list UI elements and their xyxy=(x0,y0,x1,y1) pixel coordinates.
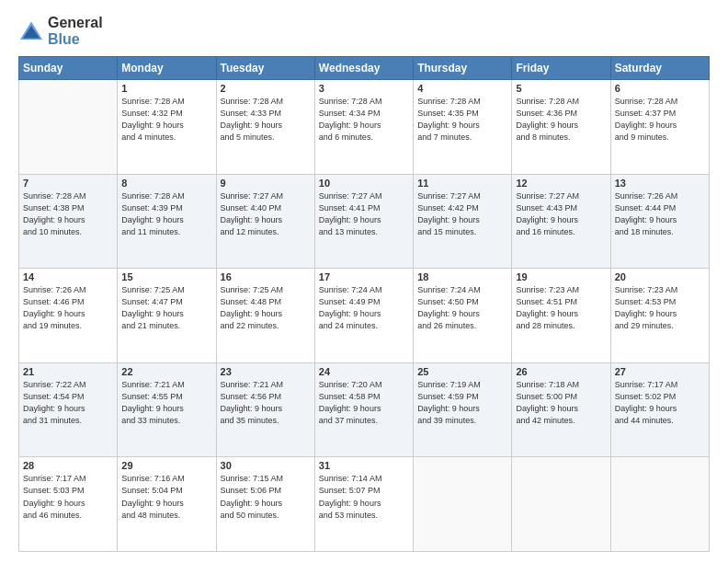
day-info: Sunrise: 7:14 AMSunset: 5:07 PMDaylight:… xyxy=(319,473,409,521)
calendar-cell: 12Sunrise: 7:27 AMSunset: 4:43 PMDayligh… xyxy=(512,174,610,269)
day-number: 20 xyxy=(615,271,705,282)
day-number: 18 xyxy=(417,271,507,282)
day-info: Sunrise: 7:27 AMSunset: 4:43 PMDaylight:… xyxy=(516,190,606,238)
weekday-header-monday: Monday xyxy=(118,57,216,80)
calendar-week-3: 14Sunrise: 7:26 AMSunset: 4:46 PMDayligh… xyxy=(19,269,710,363)
day-number: 2 xyxy=(221,83,311,94)
calendar-cell: 2Sunrise: 7:28 AMSunset: 4:33 PMDaylight… xyxy=(216,80,314,175)
day-number: 26 xyxy=(516,366,606,377)
day-number: 24 xyxy=(319,366,409,377)
day-info: Sunrise: 7:28 AMSunset: 4:33 PMDaylight:… xyxy=(221,96,311,144)
weekday-header-wednesday: Wednesday xyxy=(314,57,413,80)
calendar-cell: 22Sunrise: 7:21 AMSunset: 4:55 PMDayligh… xyxy=(118,362,216,457)
day-number: 15 xyxy=(121,271,211,282)
calendar-cell: 26Sunrise: 7:18 AMSunset: 5:00 PMDayligh… xyxy=(512,362,610,457)
day-info: Sunrise: 7:24 AMSunset: 4:50 PMDaylight:… xyxy=(417,284,507,332)
day-number: 23 xyxy=(221,366,311,377)
calendar-week-2: 7Sunrise: 7:28 AMSunset: 4:38 PMDaylight… xyxy=(19,174,710,269)
calendar-cell: 1Sunrise: 7:28 AMSunset: 4:32 PMDaylight… xyxy=(118,80,216,175)
day-info: Sunrise: 7:28 AMSunset: 4:36 PMDaylight:… xyxy=(516,96,606,144)
day-info: Sunrise: 7:16 AMSunset: 5:04 PMDaylight:… xyxy=(121,473,211,521)
day-number: 7 xyxy=(23,178,113,189)
weekday-header-sunday: Sunday xyxy=(19,57,118,80)
page: General Blue SundayMondayTuesdayWednesda… xyxy=(0,0,728,563)
header: General Blue xyxy=(18,15,710,47)
day-info: Sunrise: 7:23 AMSunset: 4:51 PMDaylight:… xyxy=(516,284,606,332)
calendar-week-4: 21Sunrise: 7:22 AMSunset: 4:54 PMDayligh… xyxy=(19,362,710,457)
day-number: 25 xyxy=(417,366,507,377)
weekday-header-tuesday: Tuesday xyxy=(216,57,314,80)
day-number: 4 xyxy=(417,83,507,94)
day-info: Sunrise: 7:28 AMSunset: 4:38 PMDaylight:… xyxy=(23,190,113,238)
day-info: Sunrise: 7:21 AMSunset: 4:55 PMDaylight:… xyxy=(121,379,211,427)
day-info: Sunrise: 7:27 AMSunset: 4:42 PMDaylight:… xyxy=(417,190,507,238)
calendar-cell: 6Sunrise: 7:28 AMSunset: 4:37 PMDaylight… xyxy=(610,80,709,175)
calendar-cell: 25Sunrise: 7:19 AMSunset: 4:59 PMDayligh… xyxy=(414,362,512,457)
weekday-header-saturday: Saturday xyxy=(610,57,709,80)
day-info: Sunrise: 7:15 AMSunset: 5:06 PMDaylight:… xyxy=(221,473,311,521)
day-number: 12 xyxy=(516,178,606,189)
day-info: Sunrise: 7:25 AMSunset: 4:47 PMDaylight:… xyxy=(121,284,211,332)
day-info: Sunrise: 7:26 AMSunset: 4:44 PMDaylight:… xyxy=(615,190,705,238)
day-info: Sunrise: 7:27 AMSunset: 4:41 PMDaylight:… xyxy=(319,190,409,238)
day-number: 5 xyxy=(516,83,606,94)
calendar-cell: 13Sunrise: 7:26 AMSunset: 4:44 PMDayligh… xyxy=(610,174,709,269)
calendar-cell: 10Sunrise: 7:27 AMSunset: 4:41 PMDayligh… xyxy=(314,174,413,269)
day-number: 10 xyxy=(319,178,409,189)
calendar-cell xyxy=(512,457,610,552)
day-number: 13 xyxy=(615,178,705,189)
calendar-header-row: SundayMondayTuesdayWednesdayThursdayFrid… xyxy=(19,57,710,80)
day-info: Sunrise: 7:28 AMSunset: 4:34 PMDaylight:… xyxy=(319,96,409,144)
logo-icon xyxy=(18,20,44,42)
calendar-cell: 27Sunrise: 7:17 AMSunset: 5:02 PMDayligh… xyxy=(610,362,709,457)
calendar-cell: 18Sunrise: 7:24 AMSunset: 4:50 PMDayligh… xyxy=(414,269,512,363)
calendar-cell xyxy=(19,80,118,175)
day-info: Sunrise: 7:21 AMSunset: 4:56 PMDaylight:… xyxy=(221,379,311,427)
day-info: Sunrise: 7:17 AMSunset: 5:02 PMDaylight:… xyxy=(615,379,705,427)
day-number: 21 xyxy=(23,366,113,377)
calendar-cell: 20Sunrise: 7:23 AMSunset: 4:53 PMDayligh… xyxy=(610,269,709,363)
calendar-cell: 11Sunrise: 7:27 AMSunset: 4:42 PMDayligh… xyxy=(414,174,512,269)
day-info: Sunrise: 7:20 AMSunset: 4:58 PMDaylight:… xyxy=(319,379,409,427)
calendar-week-1: 1Sunrise: 7:28 AMSunset: 4:32 PMDaylight… xyxy=(19,80,710,175)
day-info: Sunrise: 7:19 AMSunset: 4:59 PMDaylight:… xyxy=(417,379,507,427)
calendar-cell: 24Sunrise: 7:20 AMSunset: 4:58 PMDayligh… xyxy=(314,362,413,457)
day-number: 6 xyxy=(615,83,705,94)
day-number: 9 xyxy=(221,178,311,189)
calendar-cell: 29Sunrise: 7:16 AMSunset: 5:04 PMDayligh… xyxy=(118,457,216,552)
calendar-week-5: 28Sunrise: 7:17 AMSunset: 5:03 PMDayligh… xyxy=(19,457,710,552)
day-number: 19 xyxy=(516,271,606,282)
day-number: 11 xyxy=(417,178,507,189)
calendar-cell xyxy=(610,457,709,552)
calendar-cell: 8Sunrise: 7:28 AMSunset: 4:39 PMDaylight… xyxy=(118,174,216,269)
day-info: Sunrise: 7:24 AMSunset: 4:49 PMDaylight:… xyxy=(319,284,409,332)
day-info: Sunrise: 7:28 AMSunset: 4:32 PMDaylight:… xyxy=(121,96,211,144)
calendar-cell: 21Sunrise: 7:22 AMSunset: 4:54 PMDayligh… xyxy=(19,362,118,457)
weekday-header-friday: Friday xyxy=(512,57,610,80)
day-number: 17 xyxy=(319,271,409,282)
weekday-header-thursday: Thursday xyxy=(414,57,512,80)
day-number: 30 xyxy=(221,460,311,471)
day-number: 8 xyxy=(121,178,211,189)
calendar-cell: 7Sunrise: 7:28 AMSunset: 4:38 PMDaylight… xyxy=(19,174,118,269)
logo-text: General Blue xyxy=(48,15,103,47)
day-info: Sunrise: 7:26 AMSunset: 4:46 PMDaylight:… xyxy=(23,284,113,332)
day-info: Sunrise: 7:28 AMSunset: 4:39 PMDaylight:… xyxy=(121,190,211,238)
day-info: Sunrise: 7:27 AMSunset: 4:40 PMDaylight:… xyxy=(221,190,311,238)
day-number: 3 xyxy=(319,83,409,94)
calendar-cell: 17Sunrise: 7:24 AMSunset: 4:49 PMDayligh… xyxy=(314,269,413,363)
day-number: 28 xyxy=(23,460,113,471)
calendar-cell: 5Sunrise: 7:28 AMSunset: 4:36 PMDaylight… xyxy=(512,80,610,175)
calendar: SundayMondayTuesdayWednesdayThursdayFrid… xyxy=(18,56,710,552)
calendar-cell: 14Sunrise: 7:26 AMSunset: 4:46 PMDayligh… xyxy=(19,269,118,363)
day-number: 1 xyxy=(121,83,211,94)
day-number: 22 xyxy=(121,366,211,377)
day-number: 31 xyxy=(319,460,409,471)
calendar-cell: 19Sunrise: 7:23 AMSunset: 4:51 PMDayligh… xyxy=(512,269,610,363)
calendar-cell: 16Sunrise: 7:25 AMSunset: 4:48 PMDayligh… xyxy=(216,269,314,363)
calendar-cell: 31Sunrise: 7:14 AMSunset: 5:07 PMDayligh… xyxy=(314,457,413,552)
calendar-cell: 4Sunrise: 7:28 AMSunset: 4:35 PMDaylight… xyxy=(414,80,512,175)
calendar-cell: 30Sunrise: 7:15 AMSunset: 5:06 PMDayligh… xyxy=(216,457,314,552)
calendar-cell: 15Sunrise: 7:25 AMSunset: 4:47 PMDayligh… xyxy=(118,269,216,363)
day-info: Sunrise: 7:17 AMSunset: 5:03 PMDaylight:… xyxy=(23,473,113,521)
